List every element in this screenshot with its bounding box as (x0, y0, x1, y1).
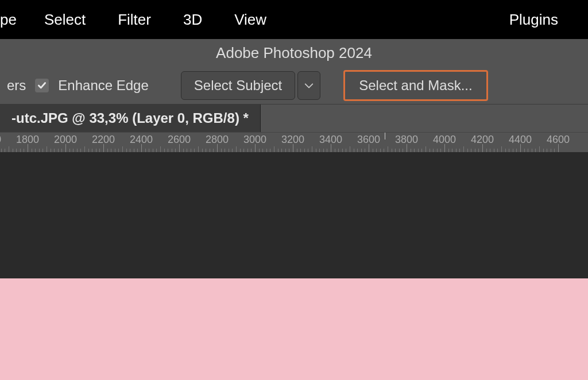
ruler-tick-major (482, 144, 483, 152)
ruler-tick-minor (266, 149, 267, 152)
ruler-tick-minor (551, 149, 551, 152)
ruler-tick-minor (99, 149, 100, 152)
ruler-tick-minor (335, 149, 335, 152)
ruler-tick-minor (73, 149, 74, 152)
ruler-tick-minor (122, 146, 123, 152)
ruler-tick-minor (543, 149, 544, 152)
enhance-edge-checkbox[interactable] (35, 79, 49, 92)
ruler-tick-major (28, 144, 28, 152)
ruler-tick-minor (1, 149, 2, 152)
ruler-tick-minor (191, 149, 191, 152)
document-tab[interactable]: -utc.JPG @ 33,3% (Layer 0, RGB/8) * (0, 104, 261, 132)
select-and-mask-label: Select and Mask... (359, 77, 472, 94)
ruler-tick-minor (156, 149, 157, 152)
menu-item-select[interactable]: Select (28, 11, 102, 29)
ruler-tick-minor (403, 149, 403, 152)
ruler-tick-major (293, 144, 293, 152)
ruler-tick-minor (96, 149, 96, 152)
ruler-tick-minor (168, 149, 168, 152)
ruler-tick-minor (58, 149, 59, 152)
ruler-tick-minor (513, 149, 513, 152)
ruler-tick-minor (411, 149, 411, 152)
window-titlebar: Adobe Photoshop 2024 (0, 39, 588, 67)
ruler-tick-major (369, 144, 369, 152)
ruler-tick-minor (304, 149, 305, 152)
ruler-tick-minor (54, 149, 55, 152)
ruler-tick-major (407, 144, 407, 152)
ruler-tick-minor (111, 149, 111, 152)
ruler-tick-minor (430, 149, 430, 152)
ruler-tick-minor (316, 149, 316, 152)
checkmark-icon (37, 80, 47, 91)
select-subject-group: Select Subject (181, 71, 320, 100)
ruler-tick-major (179, 144, 180, 152)
ruler-tick-minor (338, 149, 339, 152)
menubar-left: pe Select Filter 3D View (0, 11, 283, 29)
ruler-tick-minor (516, 149, 517, 152)
menu-item-3d[interactable]: 3D (167, 11, 218, 29)
ruler-tick-minor (243, 149, 244, 152)
chevron-down-icon (304, 82, 314, 90)
ruler-tick-minor (547, 149, 547, 152)
ruler-tick-minor (501, 146, 502, 152)
ruler-tick-minor (425, 146, 426, 152)
ruler-tick-minor (221, 149, 222, 152)
ruler-tick-minor (433, 149, 434, 152)
options-bar: ers Enhance Edge Select Subject Select a… (0, 67, 588, 104)
ruler-tick-minor (471, 149, 471, 152)
ruler-tick-minor (259, 149, 260, 152)
ruler-tick-major (331, 144, 331, 152)
ruler-tick-minor (308, 149, 308, 152)
menu-item-filter[interactable]: Filter (102, 11, 167, 29)
ruler-tick-minor (153, 149, 153, 152)
ruler-tick-minor (440, 149, 441, 152)
ruler-tick-minor (80, 149, 81, 152)
select-subject-dropdown-button[interactable] (297, 71, 320, 100)
ruler-tick-minor (118, 149, 119, 152)
ruler-tick-minor (240, 149, 241, 152)
ruler-tick-minor (51, 149, 51, 152)
ruler-tick-minor (365, 149, 365, 152)
canvas-area[interactable] (0, 153, 588, 380)
ruler-tick-minor (278, 149, 278, 152)
ruler-tick-minor (448, 149, 449, 152)
menu-item-plugins[interactable]: Plugins (509, 11, 570, 28)
ruler-tick-minor (373, 149, 373, 152)
ruler-tick-minor (509, 149, 509, 152)
horizontal-ruler[interactable]: 1600180020002200240026002800300032003400… (0, 132, 588, 153)
ruler-tick-minor (478, 149, 479, 152)
menu-item-view[interactable]: View (218, 11, 283, 29)
ruler-tick-minor (554, 149, 555, 152)
ruler-tick-minor (175, 149, 176, 152)
ruler-tick-minor (20, 149, 21, 152)
ruler-tick-minor (475, 149, 475, 152)
ruler-tick-minor (13, 149, 13, 152)
select-and-mask-button[interactable]: Select and Mask... (343, 70, 488, 101)
ruler-tick-minor (42, 149, 43, 152)
ruler-tick-minor (350, 146, 350, 152)
ruler-tick-major (255, 144, 256, 152)
ruler-tick-minor (198, 146, 199, 152)
ruler-tick-minor (388, 146, 388, 152)
canvas-background (0, 153, 588, 278)
ruler-tick-minor (107, 149, 108, 152)
ruler-tick-minor (88, 149, 89, 152)
ruler-tick-minor (494, 149, 494, 152)
ruler-tick-minor (528, 149, 528, 152)
menu-item-type-partial[interactable]: pe (0, 11, 28, 29)
ruler-tick-minor (145, 149, 146, 152)
ruler-label: 1600 (0, 134, 1, 146)
ruler-tick-minor (392, 149, 392, 152)
ruler-tick-minor (232, 149, 233, 152)
ruler-tick-minor (149, 149, 149, 152)
ruler-tick-minor (183, 149, 184, 152)
ruler-tick-minor (92, 149, 92, 152)
select-subject-button[interactable]: Select Subject (181, 71, 295, 100)
ruler-tick-minor (69, 149, 70, 152)
menubar-right: Plugins (509, 11, 588, 29)
ruler-tick-minor (32, 149, 32, 152)
ruler-tick-minor (535, 149, 536, 152)
ruler-tick-minor (539, 146, 540, 152)
document-tab-bar: -utc.JPG @ 33,3% (Layer 0, RGB/8) * (0, 104, 588, 132)
select-subject-label: Select Subject (194, 77, 282, 94)
